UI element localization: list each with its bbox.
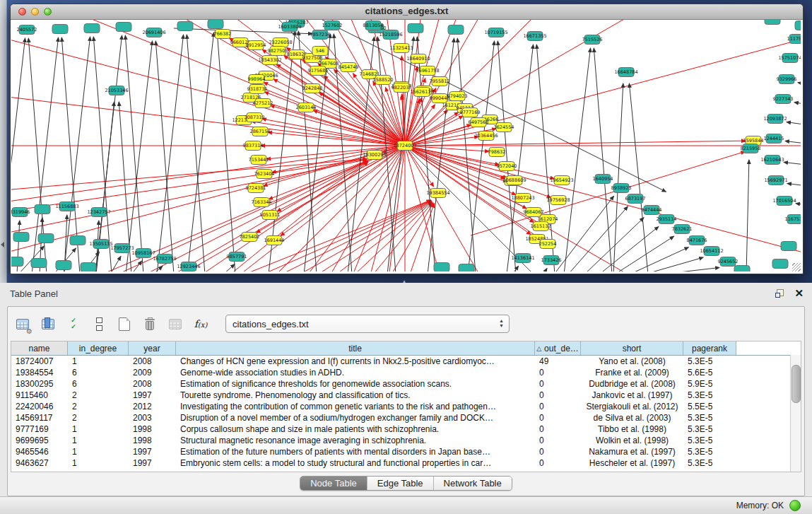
cell-out_degree[interactable]: 0 bbox=[535, 390, 581, 401]
cell-out_degree[interactable]: 0 bbox=[535, 457, 581, 469]
table-row[interactable]: 1938455462009Genome-wide association stu… bbox=[11, 367, 801, 378]
cell-in_degree[interactable]: 6 bbox=[68, 378, 129, 390]
table-row[interactable]: 1872400712008Changes of HCN gene express… bbox=[11, 356, 801, 367]
network-view[interactable]: 7663829660128891295423226058982750581863… bbox=[11, 20, 802, 273]
graph-node[interactable] bbox=[11, 257, 23, 267]
column-header-name[interactable]: name bbox=[11, 341, 68, 355]
cell-in_degree[interactable]: 1 bbox=[68, 457, 129, 469]
cell-name[interactable]: 14569117 bbox=[11, 412, 68, 424]
delete-column-button[interactable] bbox=[141, 314, 159, 334]
cell-name[interactable]: 18300295 bbox=[11, 378, 68, 390]
network-window[interactable]: citations_edges.txt 76638296601288912954… bbox=[10, 4, 804, 274]
cell-pagerank[interactable]: 5.3E-5 bbox=[683, 390, 736, 401]
cell-pagerank[interactable]: 5.3E-5 bbox=[683, 424, 736, 435]
cell-title[interactable]: Genome-wide association studies in ADHD. bbox=[176, 367, 535, 378]
cell-out_degree[interactable]: 0 bbox=[535, 412, 581, 424]
cell-short[interactable]: Nakamura et al. (1997) bbox=[581, 446, 683, 457]
cell-short[interactable]: Dudbridge et al. (2008) bbox=[581, 378, 683, 390]
graph-node[interactable] bbox=[208, 20, 223, 29]
cell-in_degree[interactable]: 2 bbox=[68, 401, 129, 412]
cell-out_degree[interactable]: 0 bbox=[535, 446, 581, 457]
unselect-all-columns-button[interactable] bbox=[90, 314, 108, 334]
cell-short[interactable]: Franke et al. (2009) bbox=[581, 367, 683, 378]
cell-in_degree[interactable]: 1 bbox=[68, 435, 129, 446]
cell-name[interactable]: 9699695 bbox=[11, 435, 68, 446]
graph-node[interactable] bbox=[448, 25, 464, 35]
cell-out_degree[interactable]: 0 bbox=[535, 367, 581, 378]
window-titlebar[interactable]: citations_edges.txt bbox=[11, 4, 803, 20]
cell-pagerank[interactable]: 5.3E-5 bbox=[683, 446, 736, 457]
cell-short[interactable]: Wolkin et al. (1998) bbox=[581, 435, 683, 446]
cell-in_degree[interactable]: 6 bbox=[68, 367, 129, 378]
cell-short[interactable]: Jankovic et al. (1997) bbox=[581, 390, 683, 401]
cell-short[interactable]: de Silva et al. (2003) bbox=[581, 412, 683, 424]
table-row[interactable]: 977716911998Corpus callosum shape and si… bbox=[11, 424, 801, 435]
graph-node[interactable] bbox=[434, 263, 449, 272]
graph-node[interactable] bbox=[734, 266, 750, 272]
network-canvas[interactable]: 7663829660128891295423226058982750581863… bbox=[11, 20, 801, 271]
tab-node-table[interactable]: Node Table bbox=[300, 477, 367, 490]
cell-year[interactable]: 2012 bbox=[129, 401, 176, 412]
cell-title[interactable]: Estimation of significance thresholds fo… bbox=[176, 378, 535, 390]
graph-node[interactable] bbox=[38, 234, 54, 243]
cell-short[interactable]: Tibbo et al. (1998) bbox=[581, 424, 683, 435]
table-row[interactable]: 911546021997Tourette syndrome. Phenomeno… bbox=[11, 390, 801, 401]
cell-year[interactable]: 1997 bbox=[129, 390, 176, 401]
cell-title[interactable]: Embryonic stem cells: a model to study s… bbox=[176, 457, 535, 469]
cell-in_degree[interactable]: 1 bbox=[68, 356, 129, 367]
graph-node[interactable] bbox=[52, 25, 68, 34]
cell-pagerank[interactable]: 5.3E-5 bbox=[683, 356, 736, 367]
graph-node[interactable] bbox=[795, 21, 801, 30]
graph-node[interactable] bbox=[81, 263, 96, 272]
graph-node[interactable] bbox=[116, 23, 131, 32]
table-row[interactable]: 2242004622012Investigating the contribut… bbox=[11, 401, 801, 412]
cell-name[interactable]: 18724007 bbox=[11, 356, 68, 367]
graph-node[interactable] bbox=[35, 205, 50, 214]
cell-title[interactable]: Corpus callosum shape and size in male p… bbox=[176, 424, 535, 435]
cell-year[interactable]: 1997 bbox=[129, 457, 176, 469]
close-panel-icon[interactable]: ✕ bbox=[794, 287, 804, 300]
table-row[interactable]: 946362711997Embryonic stem cells: a mode… bbox=[11, 457, 801, 469]
cell-name[interactable]: 9777169 bbox=[11, 424, 68, 435]
cell-name[interactable]: 22420046 bbox=[11, 401, 68, 412]
table-scrollbar[interactable] bbox=[790, 355, 801, 472]
function-builder-button[interactable]: f(x) bbox=[192, 314, 210, 334]
cell-short[interactable]: Yano et al. (2008) bbox=[581, 356, 683, 367]
column-header-pagerank[interactable]: pagerank bbox=[683, 341, 736, 355]
cell-year[interactable]: 2008 bbox=[129, 378, 176, 390]
cell-out_degree[interactable]: 49 bbox=[535, 356, 581, 367]
column-header-short[interactable]: short bbox=[581, 341, 683, 355]
graph-node[interactable] bbox=[408, 24, 423, 33]
graph-node[interactable] bbox=[459, 264, 474, 272]
column-header-title[interactable]: title bbox=[176, 341, 535, 355]
table-row[interactable]: 969969511998Structural magnetic resonanc… bbox=[11, 435, 801, 446]
cell-year[interactable]: 1997 bbox=[129, 446, 176, 457]
cell-pagerank[interactable]: 5.3E-5 bbox=[683, 457, 736, 469]
cell-pagerank[interactable]: 5.6E-5 bbox=[683, 367, 736, 378]
cell-in_degree[interactable]: 2 bbox=[68, 412, 129, 424]
show-columns-button[interactable] bbox=[39, 314, 57, 334]
column-header-in_degree[interactable]: in_degree bbox=[68, 341, 129, 355]
cell-title[interactable]: Estimation of the future numbers of pati… bbox=[176, 446, 535, 457]
cell-out_degree[interactable]: 0 bbox=[535, 435, 581, 446]
graph-node[interactable] bbox=[13, 233, 29, 242]
cell-year[interactable]: 2009 bbox=[129, 367, 176, 378]
cell-year[interactable]: 1998 bbox=[129, 424, 176, 435]
cell-pagerank[interactable]: 5.9E-5 bbox=[683, 378, 736, 390]
cell-year[interactable]: 1998 bbox=[129, 435, 176, 446]
table-row[interactable]: 946554611997Estimation of the future num… bbox=[11, 446, 801, 457]
graph-node[interactable] bbox=[31, 259, 47, 268]
cell-pagerank[interactable]: 5.3E-5 bbox=[683, 412, 736, 424]
cell-pagerank[interactable]: 5.3E-5 bbox=[683, 435, 736, 446]
float-panel-icon[interactable] bbox=[775, 289, 784, 298]
table-selector-dropdown[interactable]: citations_edges.txt ▲▼ bbox=[225, 315, 510, 333]
cell-out_degree[interactable]: 0 bbox=[535, 401, 581, 412]
cell-title[interactable]: Investigating the contribution of common… bbox=[176, 401, 535, 412]
tab-network-table[interactable]: Network Table bbox=[434, 477, 512, 490]
cell-title[interactable]: Tourette syndrome. Phenomenology and cla… bbox=[176, 390, 535, 401]
table-row[interactable]: 1830029562008Estimation of significance … bbox=[11, 378, 801, 390]
cell-in_degree[interactable]: 2 bbox=[68, 390, 129, 401]
table-mode-button[interactable]: ⚙ bbox=[13, 314, 32, 334]
cell-out_degree[interactable]: 0 bbox=[535, 378, 581, 390]
column-header-out_degree[interactable]: △out_de… bbox=[535, 341, 581, 355]
